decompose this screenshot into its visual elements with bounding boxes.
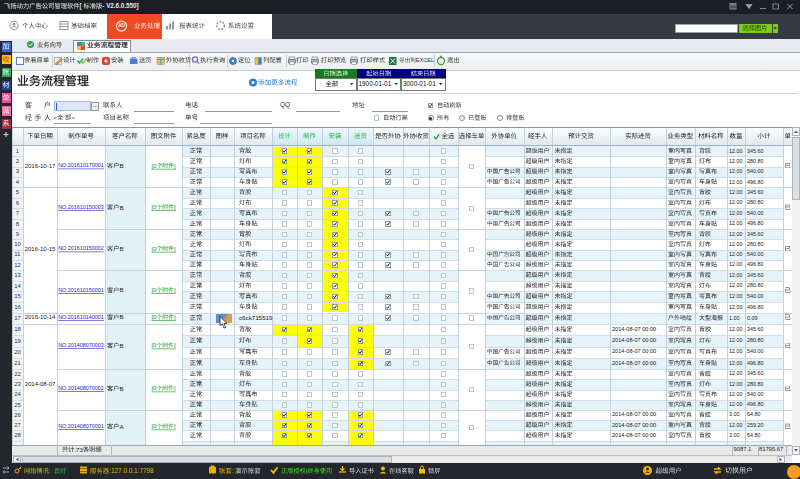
svg-text:<: < [54,114,58,121]
svg-text:>: > [71,114,75,121]
svg-text:QQ: QQ [280,101,290,109]
